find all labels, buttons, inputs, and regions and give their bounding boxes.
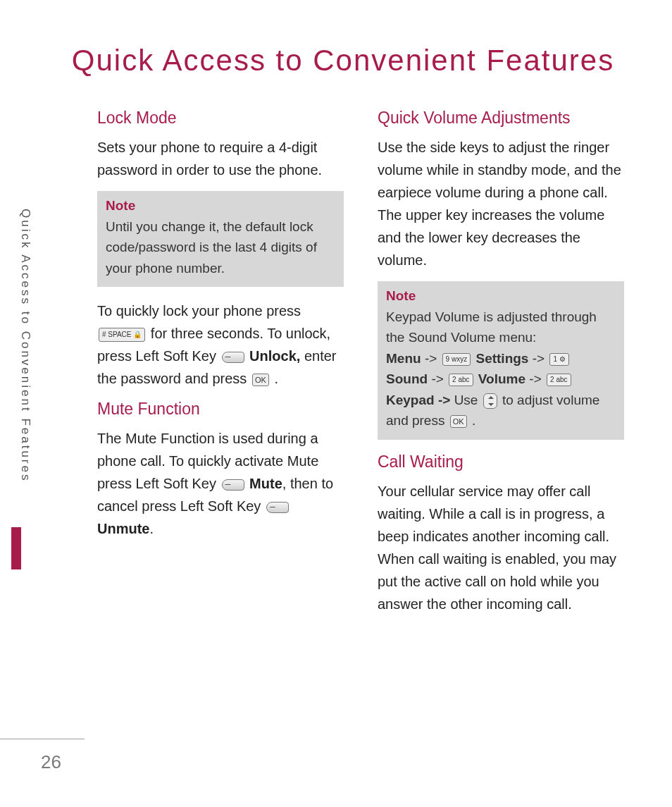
arrow: -> (529, 371, 541, 386)
arrow: -> (425, 351, 437, 366)
arrow: -> (431, 371, 443, 386)
period: . (274, 371, 278, 386)
bottom-divider (0, 739, 85, 739)
heading-quick-volume: Quick Volume Adjustments (378, 109, 624, 128)
period: . (472, 413, 475, 428)
ok-key-icon: OK (252, 374, 269, 386)
lock-mode-intro: Sets your phone to require a 4-digit pas… (97, 136, 344, 181)
nav-key-icon (483, 393, 497, 409)
left-soft-key-icon (222, 479, 244, 491)
volume-label: Volume (478, 371, 525, 386)
left-soft-key-icon (266, 502, 289, 513)
period: . (149, 521, 154, 536)
side-accent-bar (11, 527, 21, 569)
lock-note-body: Until you change it, the default lock co… (106, 216, 335, 278)
ok-key-icon: OK (450, 415, 467, 428)
call-waiting-body: Your cellular service may offer call wai… (378, 480, 624, 615)
volume-note-box: Note Keypad Volume is adjusted through t… (378, 281, 624, 440)
heading-lock-mode: Lock Mode (97, 109, 344, 128)
key-9-icon: 9 wxyz (442, 353, 471, 366)
page-title: Quick Access to Convenient Features (21, 44, 630, 78)
text-fragment: Keypad Volume is adjusted through the So… (386, 309, 597, 345)
side-label-text: Quick Access to Convenient Features (18, 209, 32, 519)
arrow: -> (533, 351, 545, 366)
lock-mode-instructions: To quickly lock your phone press # SPACE… (97, 300, 344, 390)
key-2-icon: 2 abc (449, 374, 473, 386)
mute-label: Mute (249, 476, 282, 491)
heading-mute-function: Mute Function (97, 400, 344, 419)
left-soft-key-icon (222, 352, 244, 363)
text-fragment: To quickly lock your phone press (97, 303, 301, 319)
side-label-strip: Quick Access to Convenient Features (18, 209, 45, 519)
left-column: Lock Mode Sets your phone to require a 4… (97, 109, 344, 625)
right-column: Quick Volume Adjustments Use the side ke… (378, 109, 624, 625)
key-2-icon: 2 abc (547, 374, 571, 386)
heading-call-waiting: Call Waiting (378, 452, 624, 472)
sound-label: Sound (386, 371, 428, 386)
lock-note-box: Note Until you change it, the default lo… (97, 191, 344, 287)
note-heading: Note (106, 198, 335, 214)
mute-instructions: The Mute Function is used during a phone… (97, 427, 344, 540)
content-columns: Lock Mode Sets your phone to require a 4… (97, 109, 630, 625)
hash-key-icon: # SPACE 🔒 (99, 328, 145, 342)
note-heading: Note (386, 288, 616, 304)
unmute-label: Unmute (97, 521, 149, 536)
menu-label: Menu (386, 351, 421, 366)
key-1-icon: 1 ⚙ (549, 353, 568, 366)
keypad-label: Keypad -> (386, 393, 450, 407)
page-number: 26 (41, 751, 61, 773)
manual-page: Quick Access to Convenient Features Quic… (0, 0, 672, 807)
text-fragment: Use (454, 393, 478, 407)
unlock-label: Unlock, (249, 348, 300, 364)
settings-label: Settings (475, 351, 528, 366)
volume-note-body: Keypad Volume is adjusted through the So… (386, 307, 616, 431)
quick-volume-intro: Use the side keys to adjust the ringer v… (378, 136, 624, 271)
